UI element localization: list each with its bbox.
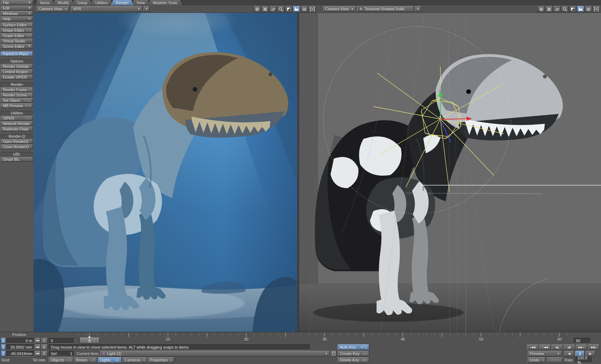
orbit-view-icon[interactable]: [553, 6, 561, 12]
right-header-extra-dropdown[interactable]: ▼: [415, 6, 421, 12]
shortcut: l: [29, 70, 31, 74]
graph-editor-button[interactable]: Graph Editor^F2: [1, 33, 33, 38]
z-envelope-button[interactable]: E: [41, 351, 48, 356]
vpr-render-scene[interactable]: [34, 13, 297, 332]
tab-view[interactable]: View: [132, 0, 150, 5]
open-renderq-button[interactable]: Open RenderQ: [1, 139, 33, 144]
y-stepper[interactable]: ◀▶: [35, 344, 41, 350]
z-axis-button[interactable]: Z: [1, 351, 6, 356]
cameras-mode-button[interactable]: Cameras+C: [122, 357, 147, 363]
rotate-view-icon[interactable]: [545, 6, 553, 12]
shortcut: F9: [27, 88, 33, 92]
objects-mode-button[interactable]: Objects+O: [49, 357, 73, 363]
left-render-mode-dropdown[interactable]: VPR▼: [71, 6, 142, 12]
right-view-type-dropdown[interactable]: Camera View▼: [323, 6, 356, 12]
render-frame-button[interactable]: Render FrameF9: [1, 87, 33, 92]
bones-mode-button[interactable]: Bones+B: [74, 357, 97, 363]
redo-button[interactable]: Redo: [547, 357, 563, 363]
vpr-viewport[interactable]: [34, 13, 297, 332]
timeline-track[interactable]: 10 20 30 40 50 60 0: [75, 333, 573, 344]
frame-slider-handle[interactable]: 0: [79, 338, 99, 344]
network-render-button[interactable]: Network Render: [1, 121, 33, 126]
z-stepper[interactable]: ◀▶: [35, 351, 41, 356]
render-scene-button[interactable]: Render SceneF10: [1, 93, 33, 97]
properties-button[interactable]: Propertiesp: [148, 357, 174, 363]
tab-utilities[interactable]: Utilities: [90, 0, 113, 5]
x-envelope-button[interactable]: E: [41, 338, 48, 344]
shaded-viewport-scene[interactable]: [299, 13, 601, 332]
item-picker-button[interactable]: [331, 351, 337, 356]
menu-edit[interactable]: Edit▼: [1, 6, 33, 10]
rate-value-field[interactable]: 100.0 %: [575, 357, 592, 363]
chevron-down-icon: ▼: [28, 12, 31, 15]
preview-dropdown[interactable]: Preview▼: [528, 351, 562, 356]
viper-button[interactable]: VIPERF7: [1, 116, 33, 120]
viewport-menu-icon[interactable]: [585, 6, 592, 12]
camera-icon[interactable]: [293, 6, 300, 12]
render-globals-button[interactable]: Render Globals: [1, 64, 33, 69]
pan-view-icon[interactable]: [537, 6, 545, 12]
menu-windows[interactable]: Windows▼: [1, 11, 33, 16]
right-render-mode-dropdown[interactable]: TTextured Shaded Solid: [357, 6, 414, 12]
undo-button[interactable]: Undo^Z: [528, 357, 546, 363]
mb-preview-button[interactable]: MB Preview+F9: [1, 103, 33, 108]
tab-modify[interactable]: Modify: [53, 0, 74, 5]
current-item-dropdown[interactable]: Light (3)▼: [100, 351, 330, 356]
left-view-type-dropdown[interactable]: Camera View▼: [36, 6, 69, 12]
y-axis-button[interactable]: Y: [1, 344, 6, 350]
frame-view-icon[interactable]: [592, 6, 600, 12]
viewport-divider[interactable]: [297, 13, 299, 332]
zoom-view-icon[interactable]: [561, 6, 568, 12]
orbit-view-icon[interactable]: [269, 6, 277, 12]
tab-items[interactable]: Items: [35, 0, 55, 5]
virtual-studio-button[interactable]: Virtual Studio: [1, 39, 33, 43]
scene-editor-button[interactable]: Scene Editor▼: [1, 44, 33, 49]
limited-region-button[interactable]: Limited Regionl: [1, 69, 33, 74]
lights-mode-button[interactable]: Lights+L: [98, 357, 122, 363]
shaded-viewport[interactable]: [299, 13, 601, 332]
chevron-down-icon: ▼: [417, 8, 420, 11]
current-frame-field[interactable]: 0: [49, 338, 74, 344]
smart-ibl-button[interactable]: Smart IBL: [1, 157, 33, 162]
surface-editor-button[interactable]: Surface EditorF5: [1, 23, 33, 27]
viewport-menu-icon[interactable]: [300, 6, 308, 12]
step-forward-button[interactable]: ||▶: [563, 344, 575, 350]
x-axis-button[interactable]: X: [1, 338, 6, 344]
left-header-extra-dropdown[interactable]: ▼: [143, 6, 150, 12]
play-reverse-button[interactable]: ◀: [564, 351, 574, 356]
pan-view-icon[interactable]: [253, 6, 261, 12]
maximize-viewport-icon[interactable]: [285, 6, 292, 12]
tab-render[interactable]: Render: [111, 0, 134, 5]
next-keyframe-button[interactable]: ▶▶+: [576, 344, 587, 350]
previous-keyframe-button[interactable]: +◀◀: [539, 344, 551, 350]
label: Render Scene: [3, 93, 27, 97]
parent-in-place-toggle[interactable]: Parent in Place: [1, 51, 33, 56]
menu-file[interactable]: File▼: [1, 0, 33, 5]
delete-key-button[interactable]: Delete Keydel: [338, 357, 369, 363]
enable-viper-button[interactable]: Enable VIPER: [1, 75, 33, 79]
zoom-view-icon[interactable]: [277, 6, 284, 12]
y-envelope-button[interactable]: E: [41, 344, 48, 350]
create-key-button[interactable]: Create Keyret: [338, 351, 369, 356]
tab-setup[interactable]: Setup: [72, 0, 92, 5]
go-to-start-button[interactable]: |◀◀: [527, 344, 539, 350]
rotate-view-icon[interactable]: [261, 6, 269, 12]
label: MB Preview: [3, 104, 23, 108]
image-editor-button[interactable]: Image EditorF6: [1, 28, 33, 33]
tab-modeler-tools[interactable]: Modeler Tools: [148, 0, 182, 5]
auto-key-toggle[interactable]: Auto Key+F1: [338, 344, 369, 350]
sel-object-button[interactable]: Sel ObjectF11: [1, 98, 33, 103]
radiosity-flags-button[interactable]: Radiosity Flags: [1, 127, 33, 131]
maximize-viewport-icon[interactable]: [569, 6, 576, 12]
step-back-button[interactable]: ◀||: [551, 344, 563, 350]
x-stepper[interactable]: ◀▶: [35, 338, 41, 344]
z-value-field[interactable]: -65.0419mm: [6, 351, 34, 356]
y-value-field[interactable]: 39.9992 mm: [6, 344, 34, 350]
camera-icon[interactable]: [577, 6, 584, 12]
go-to-end-button[interactable]: ▶▶|: [588, 344, 600, 350]
frame-view-icon[interactable]: [308, 6, 316, 12]
end-frame-field[interactable]: 60: [574, 338, 591, 344]
menu-help[interactable]: Help▼: [1, 16, 33, 21]
close-renderq-button[interactable]: Close RenderQ: [1, 144, 33, 149]
x-value-field[interactable]: 0 m: [6, 338, 34, 344]
